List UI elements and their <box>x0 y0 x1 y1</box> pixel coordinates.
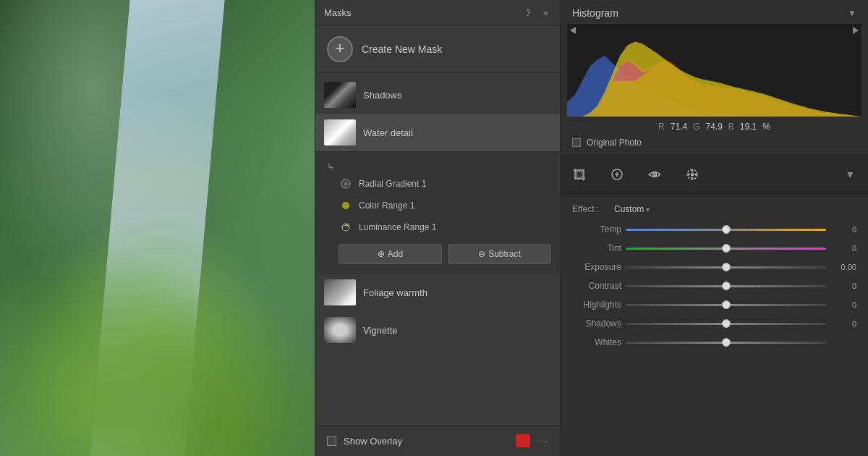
masks-panel-header: Masks ? » <box>315 0 560 26</box>
plus-circle-icon: + <box>327 36 353 62</box>
mask-label-shadows: Shadows <box>363 90 401 101</box>
submasks-container: ↳ Radial Gradient 1 <box>315 151 560 274</box>
masks-list: Shadows Water detail ↳ Radial G <box>315 73 560 425</box>
temp-label: Temp <box>572 224 621 235</box>
contrast-slider[interactable] <box>626 280 826 292</box>
show-overlay-bar: Show Overlay ··· <box>315 425 560 456</box>
shadows-value: 0 <box>830 319 856 328</box>
contrast-thumb[interactable] <box>722 282 731 290</box>
shadows-label: Shadows <box>572 318 621 329</box>
help-icon[interactable]: ? <box>522 7 534 19</box>
histogram-title: Histogram <box>572 7 618 19</box>
mask-item-vignette[interactable]: Vignette <box>315 311 560 349</box>
whites-thumb[interactable] <box>722 338 731 347</box>
svg-point-15 <box>692 170 693 172</box>
adjustment-row-shadows: Shadows 0 <box>561 314 868 333</box>
mask-thumb-vignette <box>324 317 356 343</box>
add-label: Add <box>388 249 403 259</box>
rgb-values-row: R 71.4 G 74.9 B 19.1 % <box>561 117 868 135</box>
exposure-thumb[interactable] <box>722 263 731 271</box>
svg-point-1 <box>344 182 348 186</box>
mask-item-foliage-warmth[interactable]: Foliage warmth <box>315 274 560 311</box>
show-overlay-label[interactable]: Show Overlay <box>344 436 509 447</box>
svg-rect-7 <box>576 172 582 177</box>
svg-point-13 <box>688 174 689 175</box>
right-panel: Histogram ▼ R 71.4 G 74.9 B 19.1 <box>561 0 868 456</box>
add-button[interactable]: ⊕ Add <box>339 244 442 264</box>
svg-point-16 <box>692 177 693 179</box>
b-label: B <box>728 122 734 132</box>
exposure-slider[interactable] <box>626 261 826 273</box>
mask-label-vignette: Vignette <box>363 325 397 336</box>
submask-label-color-range: Color Range 1 <box>359 200 414 211</box>
eye-tool-button[interactable] <box>643 163 666 186</box>
svg-point-12 <box>692 174 694 176</box>
shadows-slider[interactable] <box>626 318 826 329</box>
contrast-label: Contrast <box>572 281 621 291</box>
contrast-value: 0 <box>830 282 856 290</box>
mask-item-shadows[interactable]: Shadows <box>315 76 560 114</box>
mask-thumb-foliage <box>324 279 356 305</box>
histogram-expand-icon[interactable]: ▼ <box>848 8 856 18</box>
percent-sign: % <box>762 122 770 132</box>
effect-dropdown[interactable]: Custom ▾ <box>614 204 650 214</box>
plus-icon: + <box>336 41 345 56</box>
temp-slider[interactable] <box>626 224 826 235</box>
shadows-thumb[interactable] <box>722 319 731 328</box>
adjustment-row-highlights: Highlights 0 <box>561 295 868 314</box>
more-icon[interactable]: » <box>540 7 551 19</box>
mask-thumb-water <box>324 119 356 145</box>
tools-collapse-icon[interactable]: ▼ <box>839 169 861 180</box>
svg-point-14 <box>695 174 697 175</box>
create-new-mask-label: Create New Mask <box>362 43 442 55</box>
highlights-slider[interactable] <box>626 299 826 311</box>
adjustments-panel: Effect : Custom ▾ Temp 0 Tint 0 <box>561 194 868 456</box>
heal-tool-button[interactable] <box>605 163 629 186</box>
submask-item-radial-gradient[interactable]: Radial Gradient 1 <box>315 173 560 195</box>
histogram-header: Histogram ▼ <box>561 0 868 23</box>
subtract-label: Subtract <box>488 249 521 259</box>
mask-item-water-detail[interactable]: Water detail <box>315 114 560 151</box>
masks-panel: Masks ? » + Create New Mask Shadows Wate… <box>315 0 561 456</box>
highlights-label: Highlights <box>572 300 621 310</box>
tint-thumb[interactable] <box>722 244 731 253</box>
photo-background <box>0 0 315 456</box>
submask-item-color-range[interactable]: Color Range 1 <box>315 195 560 216</box>
exposure-value: 0.00 <box>830 263 856 271</box>
tint-value: 0 <box>830 244 856 253</box>
overlay-color-swatch[interactable] <box>516 434 530 447</box>
g-value: 74.9 <box>705 122 722 132</box>
original-photo-checkbox[interactable] <box>572 138 581 147</box>
histogram-arrow-left[interactable] <box>570 27 576 34</box>
temp-value: 0 <box>830 225 856 234</box>
histogram-arrow-right[interactable] <box>853 27 859 34</box>
mask-thumb-shadows <box>324 82 356 108</box>
subtract-button[interactable]: ⊖ Subtract <box>448 244 551 264</box>
effect-row: Effect : Custom ▾ <box>561 201 868 220</box>
effect-label: Effect : <box>572 204 608 214</box>
crop-tool-button[interactable] <box>568 163 591 186</box>
tools-row: ▼ <box>561 156 868 194</box>
create-new-mask-button[interactable]: + Create New Mask <box>315 26 560 73</box>
show-overlay-checkbox[interactable] <box>327 436 336 446</box>
submask-label-luminance-range: Luminance Range 1 <box>359 222 436 232</box>
adjustment-row-whites: Whites <box>561 333 868 352</box>
temp-thumb[interactable] <box>722 225 731 234</box>
mask-label-water-detail: Water detail <box>363 127 413 138</box>
whites-label: Whites <box>572 337 621 347</box>
overlay-more-options-icon[interactable]: ··· <box>537 435 548 447</box>
exposure-label: Exposure <box>572 262 621 272</box>
submask-item-luminance-range[interactable]: Luminance Range 1 <box>315 216 560 238</box>
dots-circle-tool-button[interactable] <box>681 163 704 186</box>
adjustment-row-tint: Tint 0 <box>561 239 868 258</box>
svg-line-6 <box>347 225 348 226</box>
whites-slider[interactable] <box>626 337 826 348</box>
highlights-thumb[interactable] <box>722 300 731 309</box>
original-photo-row: Original Photo <box>561 135 868 155</box>
color-range-icon <box>339 198 353 213</box>
foliage-overlay <box>0 182 315 456</box>
tint-slider[interactable] <box>626 242 826 254</box>
original-photo-label: Original Photo <box>587 138 642 148</box>
highlights-value: 0 <box>830 300 856 309</box>
histogram-canvas <box>566 23 862 117</box>
